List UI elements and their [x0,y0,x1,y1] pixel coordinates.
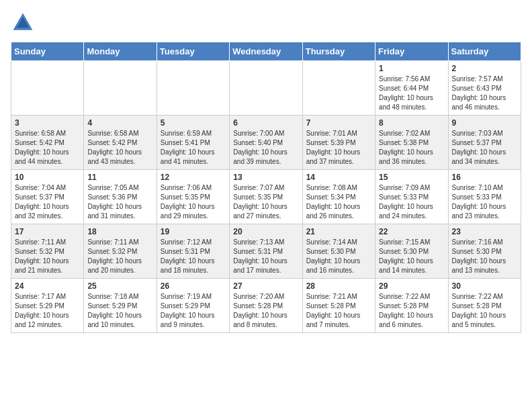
calendar-cell: 12Sunrise: 7:06 AM Sunset: 5:35 PM Dayli… [157,170,229,224]
page-header [11,11,521,35]
day-number: 17 [15,227,80,236]
day-info: Sunrise: 7:05 AM Sunset: 5:36 PM Dayligh… [87,183,152,221]
weekday-header-saturday: Saturday [448,42,521,61]
calendar-cell: 1Sunrise: 7:56 AM Sunset: 6:44 PM Daylig… [375,61,448,116]
calendar-cell: 9Sunrise: 7:03 AM Sunset: 5:37 PM Daylig… [448,116,521,170]
calendar-cell: 21Sunrise: 7:14 AM Sunset: 5:30 PM Dayli… [302,224,375,279]
day-info: Sunrise: 7:00 AM Sunset: 5:40 PM Dayligh… [233,129,298,167]
day-info: Sunrise: 7:13 AM Sunset: 5:31 PM Dayligh… [233,238,298,275]
day-number: 1 [379,64,444,73]
calendar-cell: 28Sunrise: 7:21 AM Sunset: 5:28 PM Dayli… [302,279,375,333]
week-row-1: 1Sunrise: 7:56 AM Sunset: 6:44 PM Daylig… [11,61,521,116]
day-info: Sunrise: 7:01 AM Sunset: 5:39 PM Dayligh… [306,129,371,167]
day-info: Sunrise: 7:20 AM Sunset: 5:28 PM Dayligh… [233,292,298,330]
day-number: 28 [306,281,371,291]
weekday-header-tuesday: Tuesday [157,42,229,61]
day-info: Sunrise: 7:07 AM Sunset: 5:35 PM Dayligh… [233,183,298,221]
day-info: Sunrise: 7:16 AM Sunset: 5:30 PM Dayligh… [452,238,517,275]
weekday-header-friday: Friday [375,42,448,61]
calendar-cell: 8Sunrise: 7:02 AM Sunset: 5:38 PM Daylig… [375,116,448,170]
day-number: 26 [161,281,226,291]
day-number: 22 [379,227,444,236]
day-info: Sunrise: 6:58 AM Sunset: 5:42 PM Dayligh… [87,129,152,167]
calendar-cell: 29Sunrise: 7:22 AM Sunset: 5:28 PM Dayli… [375,279,448,333]
weekday-header-monday: Monday [84,42,157,61]
logo-icon [11,11,35,35]
calendar-cell: 24Sunrise: 7:17 AM Sunset: 5:29 PM Dayli… [11,279,84,333]
day-number: 19 [161,227,226,236]
week-row-4: 17Sunrise: 7:11 AM Sunset: 5:32 PM Dayli… [11,224,521,279]
calendar-cell: 4Sunrise: 6:58 AM Sunset: 5:42 PM Daylig… [84,116,157,170]
day-info: Sunrise: 7:56 AM Sunset: 6:44 PM Dayligh… [379,75,444,112]
day-number: 13 [233,173,298,182]
day-number: 5 [161,118,226,128]
week-row-5: 24Sunrise: 7:17 AM Sunset: 5:29 PM Dayli… [11,279,521,333]
day-number: 3 [15,118,80,128]
day-info: Sunrise: 7:22 AM Sunset: 5:28 PM Dayligh… [379,292,444,330]
calendar-cell: 13Sunrise: 7:07 AM Sunset: 5:35 PM Dayli… [230,170,302,224]
day-info: Sunrise: 7:14 AM Sunset: 5:30 PM Dayligh… [306,238,371,275]
calendar-cell: 16Sunrise: 7:10 AM Sunset: 5:33 PM Dayli… [448,170,521,224]
calendar-cell [11,61,84,116]
day-info: Sunrise: 7:09 AM Sunset: 5:33 PM Dayligh… [379,183,444,221]
day-info: Sunrise: 7:57 AM Sunset: 6:43 PM Dayligh… [452,75,517,112]
day-info: Sunrise: 7:10 AM Sunset: 5:33 PM Dayligh… [452,183,517,221]
day-number: 21 [306,227,371,236]
day-number: 15 [379,173,444,182]
calendar-cell [230,61,302,116]
week-row-2: 3Sunrise: 6:58 AM Sunset: 5:42 PM Daylig… [11,116,521,170]
calendar-cell: 25Sunrise: 7:18 AM Sunset: 5:29 PM Dayli… [84,279,157,333]
day-info: Sunrise: 6:58 AM Sunset: 5:42 PM Dayligh… [15,129,80,167]
day-info: Sunrise: 7:06 AM Sunset: 5:35 PM Dayligh… [161,183,226,221]
calendar-cell: 14Sunrise: 7:08 AM Sunset: 5:34 PM Dayli… [302,170,375,224]
day-number: 9 [452,118,517,128]
calendar-cell: 3Sunrise: 6:58 AM Sunset: 5:42 PM Daylig… [11,116,84,170]
calendar-cell [84,61,157,116]
day-info: Sunrise: 7:19 AM Sunset: 5:29 PM Dayligh… [161,292,226,330]
calendar-cell: 2Sunrise: 7:57 AM Sunset: 6:43 PM Daylig… [448,61,521,116]
day-info: Sunrise: 7:11 AM Sunset: 5:32 PM Dayligh… [87,238,152,275]
day-number: 30 [452,281,517,291]
calendar-cell: 17Sunrise: 7:11 AM Sunset: 5:32 PM Dayli… [11,224,84,279]
calendar-table: SundayMondayTuesdayWednesdayThursdayFrid… [11,42,521,333]
calendar-cell: 7Sunrise: 7:01 AM Sunset: 5:39 PM Daylig… [302,116,375,170]
calendar-cell: 5Sunrise: 6:59 AM Sunset: 5:41 PM Daylig… [157,116,229,170]
day-info: Sunrise: 7:18 AM Sunset: 5:29 PM Dayligh… [87,292,152,330]
calendar-cell [302,61,375,116]
day-number: 16 [452,173,517,182]
logo [11,11,38,35]
calendar-cell [157,61,229,116]
day-info: Sunrise: 7:21 AM Sunset: 5:28 PM Dayligh… [306,292,371,330]
day-info: Sunrise: 7:04 AM Sunset: 5:37 PM Dayligh… [15,183,80,221]
page-container: SundayMondayTuesdayWednesdayThursdayFrid… [0,0,532,338]
day-number: 7 [306,118,371,128]
week-row-3: 10Sunrise: 7:04 AM Sunset: 5:37 PM Dayli… [11,170,521,224]
day-number: 24 [15,281,80,291]
calendar-cell: 18Sunrise: 7:11 AM Sunset: 5:32 PM Dayli… [84,224,157,279]
day-info: Sunrise: 7:15 AM Sunset: 5:30 PM Dayligh… [379,238,444,275]
day-number: 27 [233,281,298,291]
day-number: 8 [379,118,444,128]
day-info: Sunrise: 7:12 AM Sunset: 5:31 PM Dayligh… [161,238,226,275]
day-info: Sunrise: 6:59 AM Sunset: 5:41 PM Dayligh… [161,129,226,167]
day-info: Sunrise: 7:17 AM Sunset: 5:29 PM Dayligh… [15,292,80,330]
weekday-header-sunday: Sunday [11,42,84,61]
day-number: 23 [452,227,517,236]
calendar-cell: 11Sunrise: 7:05 AM Sunset: 5:36 PM Dayli… [84,170,157,224]
day-info: Sunrise: 7:22 AM Sunset: 5:28 PM Dayligh… [452,292,517,330]
day-number: 14 [306,173,371,182]
day-info: Sunrise: 7:03 AM Sunset: 5:37 PM Dayligh… [452,129,517,167]
day-info: Sunrise: 7:02 AM Sunset: 5:38 PM Dayligh… [379,129,444,167]
calendar-cell: 27Sunrise: 7:20 AM Sunset: 5:28 PM Dayli… [230,279,302,333]
calendar-cell: 22Sunrise: 7:15 AM Sunset: 5:30 PM Dayli… [375,224,448,279]
day-number: 20 [233,227,298,236]
day-number: 18 [87,227,152,236]
weekday-header-row: SundayMondayTuesdayWednesdayThursdayFrid… [11,42,521,61]
day-number: 11 [87,173,152,182]
calendar-cell: 15Sunrise: 7:09 AM Sunset: 5:33 PM Dayli… [375,170,448,224]
calendar-cell: 10Sunrise: 7:04 AM Sunset: 5:37 PM Dayli… [11,170,84,224]
day-number: 10 [15,173,80,182]
calendar-cell: 30Sunrise: 7:22 AM Sunset: 5:28 PM Dayli… [448,279,521,333]
day-number: 2 [452,64,517,73]
weekday-header-wednesday: Wednesday [230,42,302,61]
